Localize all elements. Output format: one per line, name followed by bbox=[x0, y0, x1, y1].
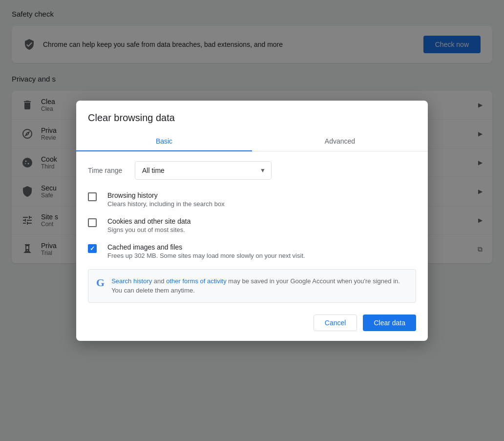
checkbox-browsing-history: Browsing history Clears history, includi… bbox=[88, 191, 416, 208]
cancel-button[interactable]: Cancel bbox=[314, 315, 357, 331]
time-range-row: Time range Last hour Last 24 hours Last … bbox=[88, 161, 416, 180]
cached-images-desc: Frees up 302 MB. Some sites may load mor… bbox=[107, 252, 416, 259]
search-history-link[interactable]: Search history bbox=[111, 277, 152, 285]
clear-data-button[interactable]: Clear data bbox=[363, 315, 416, 331]
time-range-select[interactable]: Last hour Last 24 hours Last 7 days Last… bbox=[135, 161, 272, 180]
dialog-content: Time range Last hour Last 24 hours Last … bbox=[76, 161, 428, 303]
clear-browsing-data-dialog: Clear browsing data Basic Advanced Time … bbox=[76, 101, 428, 341]
cookies-desc: Signs you out of most sites. bbox=[107, 226, 416, 233]
cookies-checkbox[interactable] bbox=[88, 218, 97, 227]
info-text-part1: and bbox=[154, 277, 166, 285]
browsing-history-desc: Clears history, including in the search … bbox=[107, 200, 416, 208]
dialog-tabs: Basic Advanced bbox=[76, 131, 428, 151]
checkbox-cookies: Cookies and other site data Signs you ou… bbox=[88, 217, 416, 233]
cached-images-checkbox[interactable] bbox=[88, 244, 97, 253]
browsing-history-label: Browsing history bbox=[107, 191, 416, 199]
tab-advanced[interactable]: Advanced bbox=[252, 131, 428, 151]
dialog-title: Clear browsing data bbox=[76, 112, 428, 131]
info-text: Search history and other forms of activi… bbox=[111, 276, 408, 295]
tab-basic[interactable]: Basic bbox=[76, 131, 252, 151]
other-activity-link[interactable]: other forms of activity bbox=[166, 277, 227, 285]
google-g-icon: G bbox=[96, 276, 105, 289]
checkbox-cached-images: Cached images and files Frees up 302 MB.… bbox=[88, 243, 416, 259]
cached-images-label: Cached images and files bbox=[107, 243, 416, 251]
time-range-label: Time range bbox=[88, 167, 127, 174]
modal-overlay: Clear browsing data Basic Advanced Time … bbox=[0, 0, 504, 441]
browsing-history-checkbox[interactable] bbox=[88, 192, 97, 201]
dialog-footer: Cancel Clear data bbox=[76, 315, 428, 331]
google-account-info-box: G Search history and other forms of acti… bbox=[88, 269, 416, 303]
time-range-select-wrapper[interactable]: Last hour Last 24 hours Last 7 days Last… bbox=[135, 161, 272, 180]
cookies-label: Cookies and other site data bbox=[107, 217, 416, 225]
